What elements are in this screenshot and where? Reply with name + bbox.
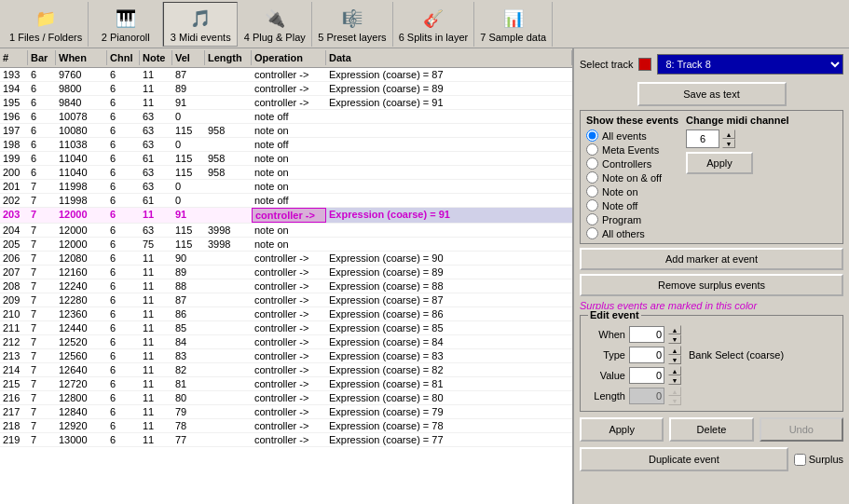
channel-down-btn[interactable]: ▼ <box>722 139 735 148</box>
table-row[interactable]: 2057120006751153998note on <box>0 238 572 252</box>
table-row[interactable]: 21271252061184controller ->Expression (c… <box>0 335 572 349</box>
radio-note-off-input[interactable] <box>586 199 598 211</box>
chnl-cell: 6 <box>107 68 140 81</box>
operation-cell: controller -> <box>252 433 326 446</box>
save-as-text-button[interactable]: Save as text <box>637 82 787 106</box>
table-row[interactable]: 2027119986610note off <box>0 194 572 208</box>
type-input[interactable] <box>629 347 664 363</box>
data-cell <box>326 166 572 179</box>
radio-program[interactable]: Program <box>586 213 678 225</box>
radio-note-on-input[interactable] <box>586 185 598 198</box>
toolbar-sample-data[interactable]: 📊 7 Sample data <box>474 2 553 47</box>
table-row[interactable]: 2047120006631153998note on <box>0 224 572 238</box>
table-row[interactable]: 21171244061185controller ->Expression (c… <box>0 321 572 335</box>
table-row[interactable]: 1966100786630note off <box>0 110 572 124</box>
length-cell <box>205 335 252 348</box>
length-cell <box>205 252 252 265</box>
toolbar-pianoroll[interactable]: 🎹 2 Pianoroll <box>89 2 163 47</box>
apply-top-button[interactable]: Apply <box>686 152 753 174</box>
num-cell: 202 <box>0 194 28 207</box>
value-spinner[interactable]: ▲ ▼ <box>668 366 681 385</box>
table-row[interactable]: 20871224061188controller ->Expression (c… <box>0 279 572 293</box>
toolbar-midi-events[interactable]: 🎵 3 Midi events <box>163 2 238 47</box>
table-row[interactable]: 200611040663115958note on <box>0 166 572 180</box>
note-cell: 11 <box>140 279 172 293</box>
length-cell <box>205 266 252 279</box>
value-up[interactable]: ▲ <box>668 366 681 375</box>
toolbar-splits-in-layer[interactable]: 🎸 6 Splits in layer <box>393 2 475 47</box>
table-row[interactable]: 21771284061179controller ->Expression (c… <box>0 405 572 419</box>
radio-all-events-input[interactable] <box>586 129 598 142</box>
duplicate-button[interactable]: Duplicate event <box>580 447 788 471</box>
radio-all-others-input[interactable] <box>586 227 598 239</box>
length-spinner: ▲ ▼ <box>668 387 681 405</box>
when-cell: 12000 <box>56 208 107 223</box>
table-row[interactable]: 1946980061189controller ->Expression (co… <box>0 82 572 96</box>
apply-button[interactable]: Apply <box>580 417 664 442</box>
radio-meta-input[interactable] <box>586 143 598 156</box>
when-cell: 11998 <box>56 194 107 207</box>
table-row[interactable]: 20971228061187controller ->Expression (c… <box>0 293 572 307</box>
value-input[interactable] <box>629 367 664 384</box>
when-down[interactable]: ▼ <box>668 334 681 344</box>
delete-button[interactable]: Delete <box>669 417 753 442</box>
when-cell: 9840 <box>56 96 107 109</box>
radio-controllers-input[interactable] <box>586 157 598 170</box>
channel-up-btn[interactable]: ▲ <box>722 129 735 139</box>
remove-surplus-button[interactable]: Remove surplus events <box>580 274 843 296</box>
table-row[interactable]: 21071236061186controller ->Expression (c… <box>0 307 572 321</box>
chnl-cell: 6 <box>107 224 140 237</box>
table-row[interactable]: 21371256061183controller ->Expression (c… <box>0 349 572 363</box>
table-row[interactable]: 21671280061180controller ->Expression (c… <box>0 391 572 405</box>
table-row[interactable]: 21971300061177controller ->Expression (c… <box>0 433 572 447</box>
when-up[interactable]: ▲ <box>668 325 681 334</box>
table-row[interactable]: 21871292061178controller ->Expression (c… <box>0 419 572 433</box>
track-select[interactable]: 8: Track 8 <box>657 54 843 75</box>
radio-note-on-off[interactable]: Note on & off <box>586 171 678 184</box>
table-row[interactable]: 21471264061182controller ->Expression (c… <box>0 363 572 377</box>
table-row[interactable]: 199611040661115958note on <box>0 152 572 166</box>
when-cell: 12560 <box>56 349 107 362</box>
table-row[interactable]: 20671208061190controller ->Expression (c… <box>0 252 572 266</box>
channel-input[interactable] <box>686 129 719 148</box>
surplus-checkbox[interactable] <box>794 454 806 466</box>
toolbar-files-folders[interactable]: 📁 1 Files / Folders <box>4 2 89 47</box>
table-row[interactable]: 1986110386630note off <box>0 138 572 152</box>
table-row[interactable]: 20371200061191controller ->Expression (c… <box>0 208 572 224</box>
table-row[interactable]: 21571272061181controller ->Expression (c… <box>0 377 572 391</box>
data-cell: Expression (coarse) = 82 <box>326 363 572 376</box>
table-row[interactable]: 1936976061187controller ->Expression (co… <box>0 68 572 82</box>
table-row[interactable]: 1956984061191controller ->Expression (co… <box>0 96 572 110</box>
table-row[interactable]: 20771216061189controller ->Expression (c… <box>0 266 572 279</box>
radio-all-events[interactable]: All events <box>586 129 678 142</box>
radio-meta-events[interactable]: Meta Events <box>586 143 678 156</box>
when-cell: 12360 <box>56 307 107 320</box>
operation-cell: controller -> <box>252 208 326 223</box>
chnl-cell: 6 <box>107 321 140 334</box>
type-spinner[interactable]: ▲ ▼ <box>668 346 681 364</box>
channel-spinner[interactable]: ▲ ▼ <box>722 129 735 148</box>
radio-program-input[interactable] <box>586 213 598 225</box>
radio-controllers[interactable]: Controllers <box>586 157 678 170</box>
toolbar-pianoroll-label: 2 Pianoroll <box>102 32 150 43</box>
type-down[interactable]: ▼ <box>668 355 681 364</box>
table-row[interactable]: 197610080663115958note on <box>0 124 572 138</box>
surplus-row: Duplicate event Surplus <box>580 447 843 471</box>
when-spinner[interactable]: ▲ ▼ <box>668 325 681 344</box>
type-up[interactable]: ▲ <box>668 346 681 355</box>
surplus-checkbox-row[interactable]: Surplus <box>794 454 843 466</box>
undo-button[interactable]: Undo <box>760 417 843 442</box>
value-down[interactable]: ▼ <box>668 375 681 385</box>
plug-play-icon: 🔌 <box>262 6 288 32</box>
radio-note-off[interactable]: Note off <box>586 199 678 211</box>
toolbar-preset-layers[interactable]: 🎼 5 Preset layers <box>312 2 392 47</box>
table-row[interactable]: 2017119986630note on <box>0 180 572 194</box>
when-input[interactable] <box>629 326 664 343</box>
radio-note-on[interactable]: Note on <box>586 185 678 198</box>
data-cell: Expression (coarse) = 91 <box>326 96 572 109</box>
add-marker-button[interactable]: Add marker at event <box>580 248 843 270</box>
toolbar-plug-play[interactable]: 🔌 4 Plug & Play <box>238 2 312 47</box>
radio-note-on-off-input[interactable] <box>586 171 598 184</box>
data-cell: Expression (coarse) = 81 <box>326 377 572 390</box>
radio-all-others[interactable]: All others <box>586 227 678 239</box>
